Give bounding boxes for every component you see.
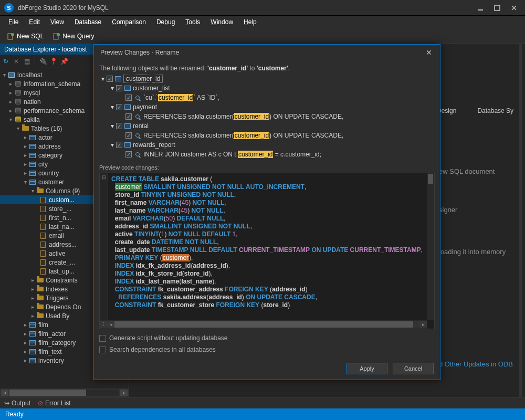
obj-root[interactable]: ▾✓customer_id <box>99 74 435 83</box>
delete-icon[interactable]: ✕ <box>13 58 20 65</box>
window-titlebar: S dbForge Studio 2020 for MySQL <box>0 0 525 16</box>
explorer-hscroll[interactable]: ◂ ▸ <box>0 388 129 397</box>
dialog-options: Generate script without updating databas… <box>99 334 435 353</box>
checkbox-icon[interactable] <box>99 335 106 342</box>
close-button[interactable] <box>510 4 518 12</box>
code-scroll-right-icon[interactable]: ▸ <box>419 321 427 328</box>
objects-tree[interactable]: ▾✓customer_id ▾✓customer_list ✓`cu`.`cus… <box>99 74 435 159</box>
menubar: File Edit View Database Comparison Debug… <box>0 16 525 28</box>
action2-icon[interactable]: 📌 <box>60 58 68 65</box>
scroll-left-icon[interactable]: ◂ <box>1 390 8 396</box>
code-scroll-left-icon[interactable]: ◂ <box>107 321 114 328</box>
dialog-intro: The following objects will be renamed: '… <box>99 65 435 72</box>
menu-comparison[interactable]: Comparison <box>108 17 150 27</box>
menu-view[interactable]: View <box>46 17 68 27</box>
obj-payment[interactable]: ▾✓payment <box>99 102 435 112</box>
search-icon <box>134 151 141 158</box>
obj-rewards-report[interactable]: ▾✓rewards_report <box>99 140 435 150</box>
search-icon <box>134 113 141 120</box>
hint-loading: loading it into memory <box>439 248 506 256</box>
app-title: dbForge Studio 2020 for MySQL <box>18 4 477 12</box>
code-vscroll[interactable] <box>427 173 434 320</box>
filter-icon[interactable]: ▤ <box>23 58 30 65</box>
hint-new-sql: ew SQL document <box>439 167 495 175</box>
table-icon <box>115 76 121 81</box>
refresh-icon[interactable]: ↻ <box>2 58 9 65</box>
new-connection-icon[interactable]: 🔌 <box>39 58 47 65</box>
app-icon: S <box>4 3 14 13</box>
svg-point-7 <box>57 33 60 36</box>
obj-customer-list[interactable]: ▾✓customer_list <box>99 83 435 93</box>
query-icon <box>53 33 60 40</box>
toolbar-new-sql[interactable]: New SQL <box>4 32 47 41</box>
sql-icon <box>7 33 15 40</box>
hint-designer: signer <box>439 206 457 214</box>
link-other-updates[interactable]: d Other Updates in ODB <box>439 360 513 368</box>
menu-edit[interactable]: Edit <box>25 17 44 27</box>
dialog-buttons: Apply Cancel <box>94 358 440 380</box>
bottom-tool-tabs: ↪Output ⊘Error List <box>0 397 525 408</box>
dialog-close-button[interactable]: ✕ <box>424 48 434 57</box>
menu-debug[interactable]: Debug <box>152 17 179 27</box>
svg-point-5 <box>11 33 14 36</box>
menu-window[interactable]: Window <box>206 17 237 27</box>
menu-database[interactable]: Database <box>70 17 106 27</box>
obj-rewards-report-detail[interactable]: ✓INNER JOIN customer AS c ON t.customer_… <box>99 150 435 159</box>
toolbar-new-query-label: New Query <box>62 33 94 40</box>
obj-rental-detail[interactable]: ✓REFERENCES sakila.customer(customer_id)… <box>99 131 435 140</box>
error-list-tab[interactable]: ⊘Error List <box>38 400 71 407</box>
toolbar-new-sql-label: New SQL <box>17 33 44 40</box>
search-icon <box>134 132 141 139</box>
action1-icon[interactable]: 📍 <box>50 58 57 65</box>
explorer-title-label: Database Explorer - localhost <box>4 46 87 53</box>
opt-search-all-db[interactable]: Search dependencies in all databases <box>99 346 435 353</box>
error-icon: ⊘ <box>38 400 43 407</box>
apply-button[interactable]: Apply <box>346 363 387 374</box>
obj-payment-detail[interactable]: ✓REFERENCES sakila.customer(customer_id)… <box>99 112 435 121</box>
code-scroll-splitter-icon[interactable]: ⋮ <box>100 321 107 328</box>
obj-customer-list-detail[interactable]: ✓`cu`.`customer_id` AS `ID`, <box>99 93 435 102</box>
preview-changes-dialog: Preview Changes - Rename ✕ The following… <box>93 44 440 380</box>
maximize-button[interactable] <box>494 4 501 12</box>
table-icon <box>124 142 131 148</box>
start-tabs: se Design Database Sy <box>428 107 513 114</box>
table-icon <box>124 123 131 129</box>
svg-rect-1 <box>495 5 500 10</box>
obj-rental[interactable]: ▾✓rental <box>99 121 435 131</box>
dialog-title: Preview Changes - Rename <box>100 49 179 56</box>
code-gutter: ⊟ <box>100 173 108 320</box>
menu-file[interactable]: File <box>4 17 23 27</box>
status-bar: Ready <box>0 408 525 420</box>
opt-generate-script[interactable]: Generate script without updating databas… <box>99 334 435 342</box>
code-content: CREATE TABLE sakila.customer ( customer … <box>100 173 434 329</box>
table-icon <box>124 104 131 110</box>
code-preview[interactable]: ⊟ CREATE TABLE sakila.customer ( custome… <box>99 173 435 329</box>
dialog-titlebar[interactable]: Preview Changes - Rename ✕ <box>94 45 440 60</box>
code-hscroll[interactable]: ⋮ ◂ ▸ <box>100 320 427 329</box>
menu-help[interactable]: Help <box>239 17 261 27</box>
search-icon <box>134 94 141 101</box>
output-icon: ↪ <box>4 400 9 407</box>
table-icon <box>124 86 131 91</box>
minimize-button[interactable] <box>477 4 484 12</box>
cancel-button[interactable]: Cancel <box>393 363 434 374</box>
checkbox-icon[interactable] <box>99 346 106 353</box>
output-tab[interactable]: ↪Output <box>4 400 30 407</box>
main-toolbar: New SQL New Query <box>0 28 525 44</box>
toolbar-new-query[interactable]: New Query <box>50 32 97 41</box>
menu-tools[interactable]: Tools <box>181 17 204 27</box>
scroll-right-icon[interactable]: ▸ <box>120 390 128 396</box>
content-vscroll[interactable] <box>519 44 522 397</box>
svg-rect-0 <box>478 9 483 10</box>
tab-database-sync[interactable]: Database Sy <box>477 107 513 114</box>
preview-label: Preview code changes: <box>99 164 435 171</box>
status-text: Ready <box>5 411 24 418</box>
